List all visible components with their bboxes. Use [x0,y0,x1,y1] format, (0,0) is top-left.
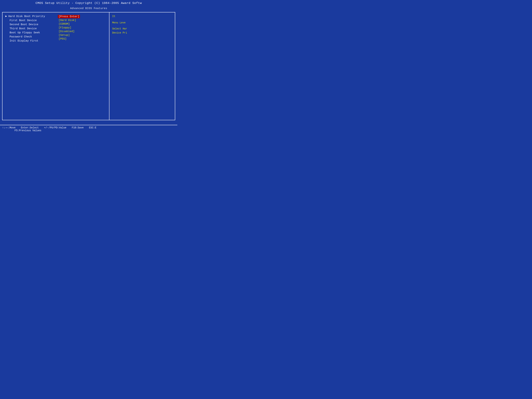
menu-label-1: First Boot Device [10,19,37,22]
menu-item-1[interactable]: First Boot Device [5,19,106,22]
footer-move: ↑↓→←:Move [2,126,16,129]
footer-f5: F5:Previous Values [14,129,41,132]
main-area: ► Hard Disk Boot Priority First Boot Dev… [2,12,175,120]
right-panel-text1: Menu Leve [112,21,172,25]
right-panel-title: It [112,15,172,18]
options-column: [Press Enter] [Hard Disk] [CDROM] [Flopp… [58,15,80,41]
footer-row2: F5:Previous Values [2,129,175,132]
header: CMOS Setup Utility - Copyright (C) 1984-… [0,0,177,11]
menu-item-2[interactable]: Second Boot Device [5,23,106,26]
menu-item-3[interactable]: Third Boot Device [5,27,106,30]
menu-label-0: Hard Disk Boot Priority [8,15,45,18]
left-panel: ► Hard Disk Boot Priority First Boot Dev… [2,13,109,120]
option-6[interactable]: [PEG] [58,37,80,41]
menu-item-5[interactable]: Password Check [5,35,106,38]
footer-row1: ↑↓→←:Move Enter:Select +/-/PU/PD:Value F… [2,126,175,129]
menu-item-4[interactable]: Boot Up Floppy Seek [5,31,106,34]
footer: ↑↓→←:Move Enter:Select +/-/PU/PD:Value F… [0,125,177,133]
right-panel-text2: Select Har [112,27,172,31]
footer-esc: ESC:E [89,126,96,129]
menu-label-5: Password Check [10,35,32,38]
option-4[interactable]: [Disabled] [58,30,80,33]
footer-value: +/-/PU/PD:Value [44,126,66,129]
menu-label-4: Boot Up Floppy Seek [10,31,40,34]
option-5[interactable]: [Setup] [58,33,80,37]
menu-label-3: Third Boot Device [10,27,37,30]
right-panel: It Menu Leve Select Har Device Pri [109,13,175,120]
option-2[interactable]: [CDROM] [58,22,80,26]
option-3[interactable]: [Floppy] [58,26,80,29]
arrow-icon: ► [5,15,7,18]
right-panel-text3: Device Pri [112,31,172,35]
footer-save: F10:Save [72,126,83,129]
header-line2: Advanced BIOS Features [0,6,177,11]
menu-label-6: Init Display First [10,39,38,42]
option-0[interactable]: [Press Enter] [58,15,80,18]
menu-item-0[interactable]: ► Hard Disk Boot Priority [5,15,106,18]
menu-item-6[interactable]: Init Display First [5,39,106,42]
menu-label-2: Second Boot Device [10,23,38,26]
option-1[interactable]: [Hard Disk] [58,19,80,22]
footer-enter: Enter:Select [21,126,39,129]
header-line1: CMOS Setup Utility - Copyright (C) 1984-… [0,0,177,6]
